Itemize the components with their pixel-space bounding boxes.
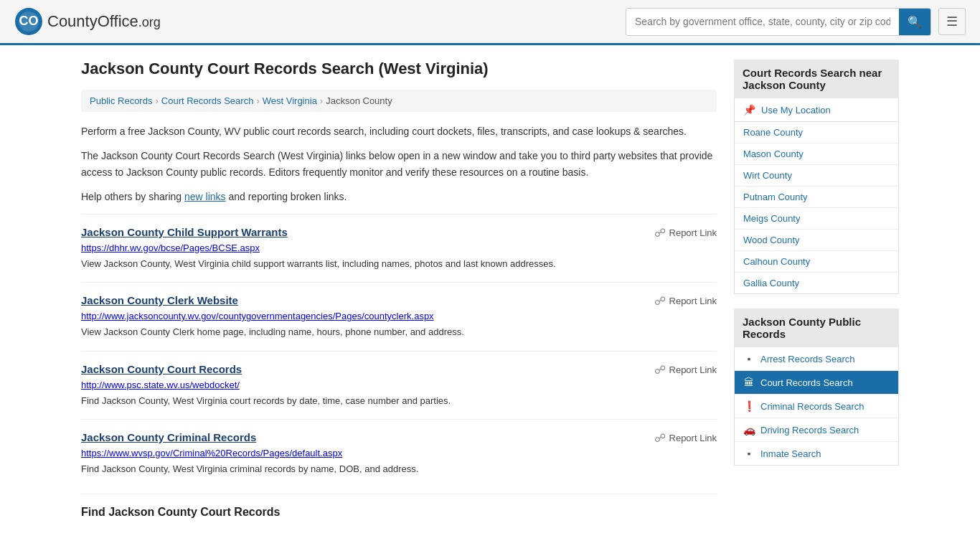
public-records-label: Criminal Records Search (760, 401, 864, 412)
public-records-icon: ❗ (743, 400, 755, 412)
public-records-label: Inmate Search (760, 448, 821, 459)
report-link-button[interactable]: ☍ Report Link (654, 294, 717, 308)
results-container: Jackson County Child Support Warrants ☍ … (81, 214, 717, 488)
result-item: Jackson County Clerk Website ☍ Report Li… (81, 282, 717, 351)
result-title-link[interactable]: Jackson County Child Support Warrants (81, 226, 288, 238)
result-title-row: Jackson County Child Support Warrants ☍ … (81, 226, 717, 240)
description-p2: The Jackson County Court Records Search … (81, 148, 717, 180)
breadcrumb-link-west-virginia[interactable]: West Virginia (263, 95, 317, 106)
result-item: Jackson County Criminal Records ☍ Report… (81, 419, 717, 488)
result-url[interactable]: https://www.wvsp.gov/Criminal%20Records/… (81, 448, 717, 458)
result-item: Jackson County Court Records ☍ Report Li… (81, 351, 717, 420)
report-link-label: Report Link (669, 433, 717, 443)
public-records-link[interactable]: ❗ Criminal Records Search (735, 395, 898, 418)
public-records-icon: 🏛 (743, 377, 755, 388)
logo-icon: CO (14, 7, 43, 36)
result-title-link[interactable]: Jackson County Court Records (81, 363, 242, 375)
public-records-item: ▪ Arrest Records Search (735, 347, 898, 371)
search-bar-container: 🔍 (626, 8, 931, 36)
result-desc: View Jackson County, West Virginia child… (81, 257, 717, 271)
nearby-list: Roane CountyMason CountyWirt CountyPutna… (734, 122, 899, 294)
logo-text: CountyOffice.org (47, 12, 161, 31)
nearby-county-link[interactable]: Putnam County (735, 187, 898, 207)
find-section-heading: Find Jackson County Court Records (81, 494, 717, 519)
result-url[interactable]: https://dhhr.wv.gov/bcse/Pages/BCSE.aspx (81, 242, 717, 253)
result-url[interactable]: http://www.jacksoncounty.wv.gov/countygo… (81, 311, 717, 321)
public-records-header: Jackson County Public Records (734, 309, 899, 347)
menu-button[interactable]: ☰ (938, 8, 966, 35)
report-link-label: Report Link (669, 227, 717, 238)
logo-area: CO CountyOffice.org (14, 7, 161, 36)
nearby-section: Court Records Search near Jackson County… (734, 60, 899, 294)
result-title-row: Jackson County Court Records ☍ Report Li… (81, 363, 717, 377)
description-p3: Help others by sharing new links and rep… (81, 189, 717, 204)
nearby-county-item: Wood County (735, 230, 898, 251)
public-records-link[interactable]: ▪ Inmate Search (735, 442, 898, 465)
description-p1: Perform a free Jackson County, WV public… (81, 123, 717, 139)
content-area: Jackson County Court Records Search (Wes… (81, 60, 717, 519)
nearby-county-item: Mason County (735, 143, 898, 165)
result-item: Jackson County Child Support Warrants ☍ … (81, 214, 717, 283)
result-desc: Find Jackson County, West Virginia court… (81, 394, 717, 408)
report-link-label: Report Link (669, 364, 717, 375)
nearby-county-link[interactable]: Mason County (735, 143, 898, 164)
search-input[interactable] (626, 10, 899, 33)
public-records-item: 🏛 Court Records Search (735, 371, 898, 395)
nearby-county-item: Putnam County (735, 187, 898, 208)
nearby-county-link[interactable]: Calhoun County (735, 251, 898, 272)
result-title-row: Jackson County Clerk Website ☍ Report Li… (81, 294, 717, 308)
result-title-link[interactable]: Jackson County Clerk Website (81, 294, 238, 306)
nearby-county-item: Gallia County (735, 273, 898, 293)
public-records-link[interactable]: 🚗 Driving Records Search (735, 418, 898, 441)
search-button[interactable]: 🔍 (899, 9, 930, 35)
report-icon: ☍ (654, 226, 666, 240)
public-records-section: Jackson County Public Records ▪ Arrest R… (734, 309, 899, 466)
public-records-icon: ▪ (743, 448, 755, 459)
public-records-label: Court Records Search (760, 377, 853, 388)
nearby-county-link[interactable]: Wirt County (735, 165, 898, 186)
location-icon: 📌 (743, 104, 755, 116)
breadcrumb: Public Records › Court Records Search › … (81, 90, 717, 112)
report-link-button[interactable]: ☍ Report Link (654, 226, 717, 240)
result-title-link[interactable]: Jackson County Criminal Records (81, 431, 256, 443)
breadcrumb-link-court-records[interactable]: Court Records Search (161, 95, 254, 106)
nearby-county-link[interactable]: Roane County (735, 122, 898, 143)
svg-text:CO: CO (19, 14, 39, 28)
nearby-county-link[interactable]: Gallia County (735, 273, 898, 293)
header-right: 🔍 ☰ (626, 8, 966, 36)
report-link-button[interactable]: ☍ Report Link (654, 363, 717, 377)
nearby-county-item: Roane County (735, 122, 898, 143)
report-link-button[interactable]: ☍ Report Link (654, 431, 717, 445)
new-links-link[interactable]: new links (184, 191, 226, 202)
report-icon: ☍ (654, 431, 666, 445)
public-records-item: ❗ Criminal Records Search (735, 395, 898, 418)
result-desc: Find Jackson County, West Virginia crimi… (81, 462, 717, 476)
public-records-item: ▪ Inmate Search (735, 442, 898, 465)
public-records-icon: 🚗 (743, 424, 755, 435)
public-records-item: 🚗 Driving Records Search (735, 418, 898, 442)
sidebar: Court Records Search near Jackson County… (734, 60, 899, 519)
nearby-county-item: Meigs County (735, 208, 898, 230)
public-records-link[interactable]: 🏛 Court Records Search (735, 371, 898, 394)
nearby-county-item: Wirt County (735, 165, 898, 187)
result-desc: View Jackson County Clerk home page, inc… (81, 325, 717, 339)
report-link-label: Report Link (669, 296, 717, 306)
nearby-county-link[interactable]: Meigs County (735, 208, 898, 229)
header: CO CountyOffice.org 🔍 ☰ (0, 0, 980, 45)
use-my-location[interactable]: 📌 Use My Location (734, 98, 899, 122)
result-title-row: Jackson County Criminal Records ☍ Report… (81, 431, 717, 445)
public-records-list: ▪ Arrest Records Search 🏛 Court Records … (734, 347, 899, 466)
public-records-label: Arrest Records Search (760, 354, 855, 364)
page-title: Jackson County Court Records Search (Wes… (81, 60, 717, 78)
breadcrumb-link-public-records[interactable]: Public Records (90, 95, 152, 106)
report-icon: ☍ (654, 363, 666, 377)
public-records-link[interactable]: ▪ Arrest Records Search (735, 347, 898, 370)
public-records-icon: ▪ (743, 353, 755, 364)
main-container: Jackson County Court Records Search (Wes… (67, 45, 913, 533)
nearby-header: Court Records Search near Jackson County (734, 60, 899, 98)
result-url[interactable]: http://www.psc.state.wv.us/webdocket/ (81, 380, 717, 390)
breadcrumb-current: Jackson County (326, 95, 392, 106)
public-records-label: Driving Records Search (760, 425, 859, 435)
nearby-county-link[interactable]: Wood County (735, 230, 898, 250)
nearby-county-item: Calhoun County (735, 251, 898, 273)
